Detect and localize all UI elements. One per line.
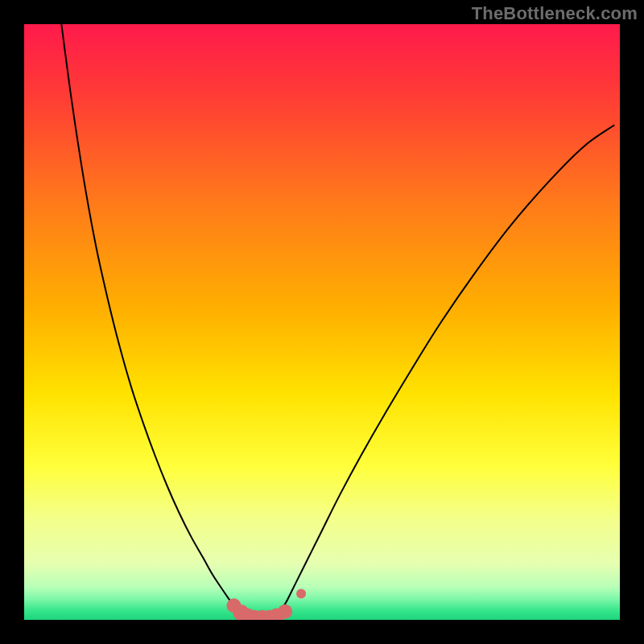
chart-frame: TheBottleneck.com (0, 0, 644, 644)
marker-point (296, 588, 306, 598)
plot-area (24, 24, 620, 620)
marker-point (278, 605, 292, 619)
plot-svg (24, 24, 620, 620)
watermark-text: TheBottleneck.com (472, 3, 638, 24)
